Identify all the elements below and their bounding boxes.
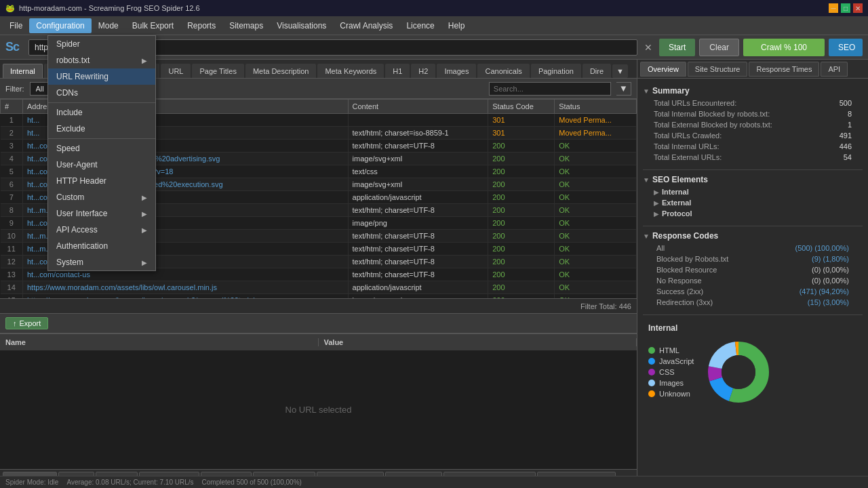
tab-pagination[interactable]: Pagination	[531, 64, 581, 78]
dd-spider[interactable]: Spider	[48, 36, 155, 52]
app-icon: 🐸	[5, 4, 15, 13]
rc-all-value[interactable]: (500) (100,00%)	[795, 244, 850, 252]
dd-user-interface[interactable]: User Interface ▶	[48, 205, 155, 222]
menu-configuration[interactable]: Configuration	[29, 18, 91, 33]
dd-robots[interactable]: robots.txt ▶	[48, 52, 155, 68]
cell-code: 200	[488, 268, 555, 281]
tab-internal[interactable]: Internal	[3, 64, 43, 78]
cell-content: text/html; charset=UTF-8	[348, 140, 488, 152]
menu-mode[interactable]: Mode	[92, 18, 125, 33]
legend-label-css: CSS	[659, 368, 675, 376]
rtab-response-times[interactable]: Response Times	[749, 62, 819, 77]
search-input[interactable]	[489, 82, 611, 96]
bottom-export-button[interactable]: ↑ Export	[5, 317, 48, 329]
summary-header[interactable]: ▼ Summary	[643, 84, 863, 98]
rc-success-value[interactable]: (471) (94,20%)	[800, 287, 849, 296]
rc-blocked-label: Blocked Resource	[656, 266, 717, 274]
dd-api-access[interactable]: API Access ▶	[48, 222, 155, 238]
minimize-button[interactable]: ─	[829, 3, 838, 13]
rc-title: Response Codes	[652, 231, 718, 241]
cell-num: 9	[1, 217, 23, 230]
rtab-site-structure[interactable]: Site Structure	[688, 62, 748, 77]
stat-internal-blocked: Total Internal Blocked by robots.txt: 8	[643, 108, 863, 119]
url-clear-button[interactable]: ✕	[642, 42, 655, 53]
menu-visualisations[interactable]: Visualisations	[270, 18, 333, 33]
rc-blocked-value: (0) (0,00%)	[812, 266, 849, 274]
search-dropdown-button[interactable]: ▼	[616, 82, 631, 96]
cell-content: text/html; charset=UTF-8	[348, 256, 488, 268]
start-button[interactable]: Start	[659, 39, 695, 56]
chart-title: Internal	[648, 323, 857, 333]
stat-value-3: 491	[840, 131, 852, 140]
rc-redirect-label: Redirection (3xx)	[656, 298, 713, 306]
menu-help[interactable]: Help	[441, 18, 472, 33]
stat-label-2: Total External Blocked by robots.txt:	[654, 121, 772, 129]
dd-cdns[interactable]: CDNs	[48, 85, 155, 101]
menu-file[interactable]: File	[3, 18, 29, 33]
menu-bulk-export[interactable]: Bulk Export	[125, 18, 180, 33]
tab-dire[interactable]: Dire	[583, 64, 611, 78]
tab-h1[interactable]: H1	[385, 64, 410, 78]
dd-include[interactable]: Include	[48, 104, 155, 121]
cell-status: OK	[555, 281, 637, 294]
tab-meta-description[interactable]: Meta Description	[245, 64, 317, 78]
dd-url-rewriting[interactable]: URL Rewriting	[48, 68, 155, 85]
close-button[interactable]: ✕	[853, 3, 863, 13]
rc-robots: Blocked by Robots.txt (9) (1,80%)	[643, 253, 863, 264]
dd-authentication[interactable]: Authentication	[48, 238, 155, 254]
props-name-col: Name	[0, 338, 319, 346]
seo-internal-header[interactable]: ▶ Internal	[651, 186, 863, 197]
menu-licence[interactable]: Licence	[399, 18, 441, 33]
seo-protocol-header[interactable]: ▶ Protocol	[651, 208, 863, 219]
tab-canonicals[interactable]: Canonicals	[477, 64, 529, 78]
dd-custom[interactable]: Custom ▶	[48, 189, 155, 205]
cell-num: 1	[1, 114, 23, 127]
seo-button[interactable]: SEO	[829, 39, 863, 56]
legend-css: CSS	[648, 368, 694, 376]
menu-reports[interactable]: Reports	[180, 18, 222, 33]
rc-redirect-value[interactable]: (15) (3,00%)	[808, 298, 849, 306]
rc-all: All (500) (100,00%)	[643, 243, 863, 253]
rc-no-response: No Response (0) (0,00%)	[643, 275, 863, 286]
cell-code: 200	[488, 281, 555, 294]
rc-success: Success (2xx) (471) (94,20%)	[643, 286, 863, 297]
response-codes-header[interactable]: ▼ Response Codes	[643, 229, 863, 243]
tab-more-button[interactable]: ▼	[612, 64, 628, 78]
dd-speed[interactable]: Speed	[48, 140, 155, 157]
rtab-api[interactable]: API	[821, 62, 848, 77]
chart-area: Internal HTML JavaScript CSS	[643, 318, 863, 411]
seo-internal-sub: ▶ Internal	[651, 186, 863, 197]
tab-meta-keywords[interactable]: Meta Keywords	[317, 64, 384, 78]
dd-custom-arrow: ▶	[142, 194, 147, 201]
tab-page-titles[interactable]: Page Titles	[192, 64, 243, 78]
maximize-button[interactable]: □	[841, 3, 850, 13]
clear-button[interactable]: Clear	[699, 39, 739, 56]
crawl-progress-button[interactable]: Crawl % 100	[743, 39, 825, 56]
cell-code: 200	[488, 165, 555, 178]
col-status: Status	[555, 100, 637, 114]
cell-num: 5	[1, 165, 23, 178]
menu-sitemaps[interactable]: Sitemaps	[222, 18, 270, 33]
dd-system[interactable]: System ▶	[48, 254, 155, 270]
seo-elements-header[interactable]: ▼ SEO Elements	[643, 173, 863, 186]
col-content: Content	[348, 100, 488, 114]
menu-crawl-analysis[interactable]: Crawl Analysis	[333, 18, 399, 33]
dd-robots-arrow: ▶	[142, 57, 147, 64]
cell-status: Moved Perma...	[555, 127, 637, 140]
rtab-overview[interactable]: Overview	[640, 62, 686, 77]
table-row[interactable]: 14 https://www.moradam.com/assets/libs/o…	[1, 281, 637, 294]
menu-bar: File Configuration Mode Bulk Export Repo…	[0, 16, 868, 35]
dd-exclude[interactable]: Exclude	[48, 121, 155, 137]
cell-code: 200	[488, 217, 555, 230]
seo-internal-arrow: ▶	[654, 188, 659, 196]
dd-user-agent[interactable]: User-Agent	[48, 157, 155, 173]
rc-robots-value[interactable]: (9) (1,80%)	[812, 255, 849, 263]
tab-images[interactable]: Images	[437, 64, 476, 78]
stat-value-2: 1	[848, 121, 852, 129]
seo-external-header[interactable]: ▶ External	[651, 197, 863, 208]
tab-url[interactable]: URL	[161, 64, 191, 78]
right-content[interactable]: ▼ Summary Total URLs Encountered: 500 To…	[637, 79, 868, 488]
dd-http-header[interactable]: HTTP Header	[48, 173, 155, 189]
legend-dot-css	[648, 369, 655, 375]
tab-h2[interactable]: H2	[411, 64, 435, 78]
